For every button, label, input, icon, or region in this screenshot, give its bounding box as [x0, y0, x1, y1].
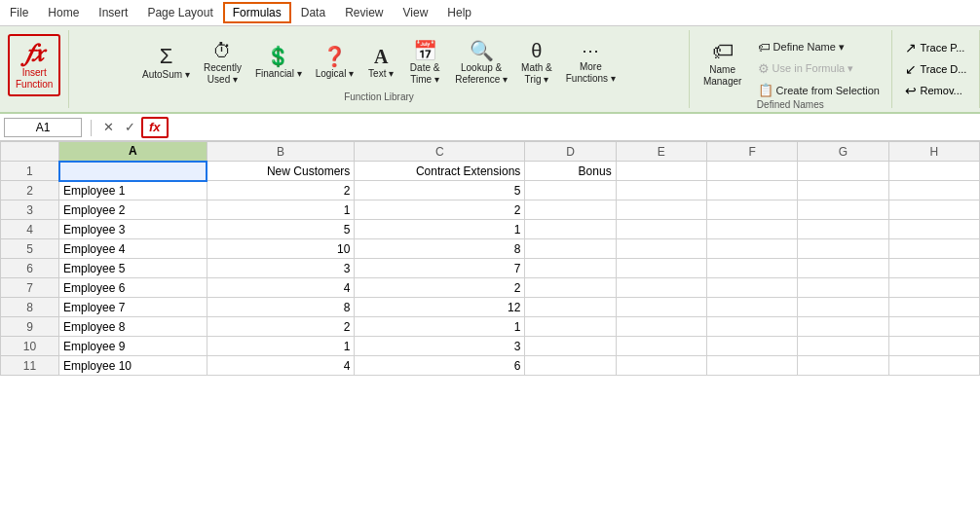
cell-r3c6[interactable] [706, 200, 797, 220]
cell-r9c8[interactable] [888, 317, 979, 337]
row-header-9[interactable]: 9 [1, 317, 59, 337]
cancel-button[interactable]: ✕ [98, 117, 120, 138]
cell-r9c6[interactable] [706, 317, 797, 337]
cell-r4c7[interactable] [798, 220, 888, 239]
cell-r1c4[interactable]: Bonus [525, 162, 616, 181]
col-header-g[interactable]: G [798, 142, 888, 162]
cell-r4c1[interactable]: Employee 3 [59, 220, 207, 239]
date-time-button[interactable]: 📅 Date &Time ▾ [403, 38, 446, 89]
cell-r6c8[interactable] [888, 259, 979, 278]
menu-file[interactable]: File [0, 2, 38, 23]
cell-r11c4[interactable] [525, 356, 616, 376]
row-header-4[interactable]: 4 [1, 220, 59, 239]
cell-r11c1[interactable]: Employee 10 [59, 356, 207, 376]
cell-r1c6[interactable] [706, 162, 797, 181]
cell-r9c3[interactable]: 1 [355, 317, 525, 337]
cell-r4c3[interactable]: 1 [355, 220, 525, 239]
cell-r7c4[interactable] [525, 278, 616, 298]
cell-r9c2[interactable]: 2 [207, 317, 355, 337]
insert-function-button[interactable]: 𝑓𝑥 InsertFunction [8, 34, 60, 96]
trace-dependents-button[interactable]: ↙ Trace D... [901, 59, 971, 79]
text-button[interactable]: A Text ▾ [362, 44, 399, 83]
row-header-5[interactable]: 5 [1, 239, 59, 259]
cell-r3c7[interactable] [798, 200, 888, 220]
cell-r8c7[interactable] [798, 298, 888, 317]
confirm-button[interactable]: ✓ [120, 117, 141, 138]
cell-r1c8[interactable] [888, 162, 979, 181]
cell-r11c6[interactable] [706, 356, 797, 376]
menu-formulas[interactable]: Formulas [223, 2, 291, 23]
cell-r7c8[interactable] [888, 278, 979, 298]
cell-r2c4[interactable] [525, 181, 616, 200]
cell-r7c5[interactable] [616, 278, 706, 298]
name-manager-button[interactable]: 🏷 NameManager [697, 34, 748, 94]
cell-r6c4[interactable] [525, 259, 616, 278]
cell-r6c2[interactable]: 3 [207, 259, 355, 278]
cell-r2c3[interactable]: 5 [355, 181, 525, 200]
cell-r3c2[interactable]: 1 [207, 200, 355, 220]
cell-r6c6[interactable] [706, 259, 797, 278]
cell-r8c4[interactable] [525, 298, 616, 317]
cell-r3c1[interactable]: Employee 2 [59, 200, 207, 220]
cell-r5c8[interactable] [888, 239, 979, 259]
menu-review[interactable]: Review [335, 2, 393, 23]
col-header-c[interactable]: C [355, 142, 525, 162]
row-header-1[interactable]: 1 [1, 162, 59, 181]
menu-view[interactable]: View [394, 2, 438, 23]
trace-precedents-button[interactable]: ↗ Trace P... [901, 38, 969, 57]
cell-r9c1[interactable]: Employee 8 [59, 317, 207, 337]
row-header-6[interactable]: 6 [1, 259, 59, 278]
cell-r11c3[interactable]: 6 [355, 356, 525, 376]
cell-r7c3[interactable]: 2 [355, 278, 525, 298]
menu-page-layout[interactable]: Page Layout [137, 2, 222, 23]
cell-r1c2[interactable]: New Customers [207, 162, 355, 181]
cell-r5c4[interactable] [525, 239, 616, 259]
row-header-3[interactable]: 3 [1, 200, 59, 220]
cell-r11c7[interactable] [798, 356, 888, 376]
use-in-formula-button[interactable]: ⚙ Use in Formula ▾ [754, 59, 884, 78]
cell-r8c1[interactable]: Employee 7 [59, 298, 207, 317]
cell-r9c4[interactable] [525, 317, 616, 337]
cell-r1c3[interactable]: Contract Extensions [355, 162, 525, 181]
cell-r10c1[interactable]: Employee 9 [59, 337, 207, 356]
more-functions-button[interactable]: ⋯ MoreFunctions ▾ [561, 39, 621, 88]
cell-r9c7[interactable] [798, 317, 888, 337]
cell-r3c4[interactable] [525, 200, 616, 220]
cell-r5c2[interactable]: 10 [207, 239, 355, 259]
cell-r8c2[interactable]: 8 [207, 298, 355, 317]
cell-r2c1[interactable]: Employee 1 [59, 181, 207, 200]
cell-r8c5[interactable] [616, 298, 706, 317]
cell-r2c8[interactable] [888, 181, 979, 200]
cell-r5c7[interactable] [798, 239, 888, 259]
col-header-a[interactable]: A [59, 142, 207, 162]
cell-r2c2[interactable]: 2 [207, 181, 355, 200]
cell-r2c6[interactable] [706, 181, 797, 200]
cell-r1c1[interactable] [59, 162, 207, 181]
cell-r10c6[interactable] [706, 337, 797, 356]
cell-r5c1[interactable]: Employee 4 [59, 239, 207, 259]
cell-r10c4[interactable] [525, 337, 616, 356]
cell-r6c1[interactable]: Employee 5 [59, 259, 207, 278]
math-trig-button[interactable]: θ Math &Trig ▾ [516, 38, 557, 89]
cell-r8c3[interactable]: 12 [355, 298, 525, 317]
cell-r11c2[interactable]: 4 [207, 356, 355, 376]
cell-r10c7[interactable] [798, 337, 888, 356]
cell-r6c7[interactable] [798, 259, 888, 278]
cell-r7c6[interactable] [706, 278, 797, 298]
name-box[interactable] [4, 118, 82, 137]
cell-r2c7[interactable] [798, 181, 888, 200]
financial-button[interactable]: 💲 Financial ▾ [250, 44, 307, 83]
row-header-10[interactable]: 10 [1, 337, 59, 356]
cell-r11c5[interactable] [616, 356, 706, 376]
autosum-button[interactable]: Σ AutoSum ▾ [137, 43, 195, 84]
cell-r3c8[interactable] [888, 200, 979, 220]
row-header-11[interactable]: 11 [1, 356, 59, 376]
cell-r3c5[interactable] [616, 200, 706, 220]
row-header-8[interactable]: 8 [1, 298, 59, 317]
menu-insert[interactable]: Insert [89, 2, 137, 23]
recently-used-button[interactable]: ⏱ RecentlyUsed ▾ [199, 38, 246, 89]
create-from-selection-button[interactable]: 📋 Create from Selection [754, 81, 884, 99]
cell-r10c2[interactable]: 1 [207, 337, 355, 356]
cell-r4c6[interactable] [706, 220, 797, 239]
cell-r5c6[interactable] [706, 239, 797, 259]
